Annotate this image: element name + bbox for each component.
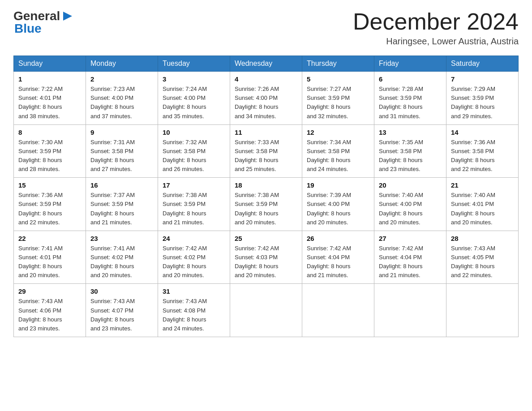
- day-info: Sunrise: 7:30 AM Sunset: 3:59 PM Dayligh…: [18, 138, 81, 174]
- day-cell: 10 Sunrise: 7:32 AM Sunset: 3:58 PM Dayl…: [158, 124, 230, 178]
- day-info: Sunrise: 7:35 AM Sunset: 3:58 PM Dayligh…: [379, 138, 442, 174]
- svg-marker-0: [63, 12, 72, 21]
- day-info: Sunrise: 7:37 AM Sunset: 3:59 PM Dayligh…: [90, 191, 153, 227]
- logo-blue-text: Blue: [14, 21, 42, 35]
- header-cell-tuesday: Tuesday: [158, 56, 230, 72]
- page-header: General Blue December 2024 Haringsee, Lo…: [13, 9, 519, 47]
- day-cell: 15 Sunrise: 7:36 AM Sunset: 3:59 PM Dayl…: [14, 178, 86, 231]
- day-cell: 14 Sunrise: 7:36 AM Sunset: 3:58 PM Dayl…: [446, 124, 519, 178]
- logo-arrow-icon: [61, 10, 74, 22]
- day-number: 14: [451, 128, 514, 136]
- week-row-3: 15 Sunrise: 7:36 AM Sunset: 3:59 PM Dayl…: [14, 178, 519, 231]
- header-cell-monday: Monday: [86, 56, 158, 72]
- day-number: 19: [307, 181, 369, 189]
- day-cell: 4 Sunrise: 7:26 AM Sunset: 4:00 PM Dayli…: [230, 72, 302, 125]
- header-cell-saturday: Saturday: [446, 56, 519, 72]
- week-row-2: 8 Sunrise: 7:30 AM Sunset: 3:59 PM Dayli…: [14, 124, 519, 178]
- day-number: 20: [379, 181, 442, 189]
- day-cell: 18 Sunrise: 7:38 AM Sunset: 3:59 PM Dayl…: [230, 178, 302, 231]
- calendar-header: SundayMondayTuesdayWednesdayThursdayFrid…: [14, 56, 519, 72]
- day-cell: 6 Sunrise: 7:28 AM Sunset: 3:59 PM Dayli…: [374, 72, 446, 125]
- day-cell: 22 Sunrise: 7:41 AM Sunset: 4:01 PM Dayl…: [14, 231, 86, 284]
- day-info: Sunrise: 7:32 AM Sunset: 3:58 PM Dayligh…: [163, 138, 225, 174]
- day-cell: 17 Sunrise: 7:38 AM Sunset: 3:59 PM Dayl…: [158, 178, 230, 231]
- day-number: 23: [90, 235, 153, 242]
- day-info: Sunrise: 7:38 AM Sunset: 3:59 PM Dayligh…: [235, 191, 297, 227]
- day-number: 1: [18, 75, 81, 83]
- day-info: Sunrise: 7:40 AM Sunset: 4:00 PM Dayligh…: [379, 191, 442, 227]
- day-cell: 31 Sunrise: 7:43 AM Sunset: 4:08 PM Dayl…: [158, 284, 230, 337]
- header-row: SundayMondayTuesdayWednesdayThursdayFrid…: [14, 56, 519, 72]
- day-cell: 25 Sunrise: 7:42 AM Sunset: 4:03 PM Dayl…: [230, 231, 302, 284]
- day-number: 15: [18, 181, 81, 189]
- day-info: Sunrise: 7:33 AM Sunset: 3:58 PM Dayligh…: [235, 138, 297, 174]
- day-number: 12: [307, 128, 369, 136]
- day-info: Sunrise: 7:24 AM Sunset: 4:00 PM Dayligh…: [163, 85, 225, 121]
- day-info: Sunrise: 7:38 AM Sunset: 3:59 PM Dayligh…: [163, 191, 225, 227]
- day-cell: 5 Sunrise: 7:27 AM Sunset: 3:59 PM Dayli…: [302, 72, 374, 125]
- day-cell: 24 Sunrise: 7:42 AM Sunset: 4:02 PM Dayl…: [158, 231, 230, 284]
- day-number: 9: [90, 128, 153, 136]
- week-row-1: 1 Sunrise: 7:22 AM Sunset: 4:01 PM Dayli…: [14, 72, 519, 125]
- day-number: 29: [18, 287, 81, 295]
- day-cell: [446, 284, 519, 337]
- logo: General Blue: [13, 9, 74, 36]
- day-info: Sunrise: 7:23 AM Sunset: 4:00 PM Dayligh…: [90, 85, 153, 121]
- day-info: Sunrise: 7:39 AM Sunset: 4:00 PM Dayligh…: [307, 191, 369, 227]
- day-number: 4: [235, 75, 297, 83]
- header-cell-wednesday: Wednesday: [230, 56, 302, 72]
- day-info: Sunrise: 7:27 AM Sunset: 3:59 PM Dayligh…: [307, 85, 369, 121]
- day-number: 26: [307, 235, 369, 242]
- day-info: Sunrise: 7:43 AM Sunset: 4:06 PM Dayligh…: [18, 297, 81, 333]
- day-cell: [374, 284, 446, 337]
- day-info: Sunrise: 7:41 AM Sunset: 4:01 PM Dayligh…: [18, 244, 81, 280]
- header-cell-thursday: Thursday: [302, 56, 374, 72]
- day-cell: 21 Sunrise: 7:40 AM Sunset: 4:01 PM Dayl…: [446, 178, 519, 231]
- day-info: Sunrise: 7:41 AM Sunset: 4:02 PM Dayligh…: [90, 244, 153, 280]
- calendar-body: 1 Sunrise: 7:22 AM Sunset: 4:01 PM Dayli…: [14, 72, 519, 337]
- day-cell: 19 Sunrise: 7:39 AM Sunset: 4:00 PM Dayl…: [302, 178, 374, 231]
- day-cell: 29 Sunrise: 7:43 AM Sunset: 4:06 PM Dayl…: [14, 284, 86, 337]
- day-cell: [230, 284, 302, 337]
- day-number: 17: [163, 181, 225, 189]
- day-number: 31: [163, 287, 225, 295]
- header-cell-sunday: Sunday: [14, 56, 86, 72]
- day-number: 13: [379, 128, 442, 136]
- month-title: December 2024: [353, 9, 519, 34]
- day-info: Sunrise: 7:31 AM Sunset: 3:58 PM Dayligh…: [90, 138, 153, 174]
- day-number: 21: [451, 181, 514, 189]
- day-number: 10: [163, 128, 225, 136]
- day-cell: 3 Sunrise: 7:24 AM Sunset: 4:00 PM Dayli…: [158, 72, 230, 125]
- day-info: Sunrise: 7:28 AM Sunset: 3:59 PM Dayligh…: [379, 85, 442, 121]
- day-cell: 11 Sunrise: 7:33 AM Sunset: 3:58 PM Dayl…: [230, 124, 302, 178]
- day-cell: 8 Sunrise: 7:30 AM Sunset: 3:59 PM Dayli…: [14, 124, 86, 178]
- day-info: Sunrise: 7:36 AM Sunset: 3:59 PM Dayligh…: [18, 191, 81, 227]
- day-info: Sunrise: 7:42 AM Sunset: 4:04 PM Dayligh…: [307, 244, 369, 280]
- day-number: 5: [307, 75, 369, 83]
- day-number: 2: [90, 75, 153, 83]
- day-info: Sunrise: 7:43 AM Sunset: 4:05 PM Dayligh…: [451, 244, 514, 280]
- day-number: 6: [379, 75, 442, 83]
- day-number: 7: [451, 75, 514, 83]
- header-cell-friday: Friday: [374, 56, 446, 72]
- title-section: December 2024 Haringsee, Lower Austria, …: [353, 9, 519, 47]
- day-info: Sunrise: 7:42 AM Sunset: 4:03 PM Dayligh…: [235, 244, 297, 280]
- day-cell: 30 Sunrise: 7:43 AM Sunset: 4:07 PM Dayl…: [86, 284, 158, 337]
- day-info: Sunrise: 7:34 AM Sunset: 3:58 PM Dayligh…: [307, 138, 369, 174]
- day-info: Sunrise: 7:22 AM Sunset: 4:01 PM Dayligh…: [18, 85, 81, 121]
- day-number: 11: [235, 128, 297, 136]
- day-cell: 27 Sunrise: 7:42 AM Sunset: 4:04 PM Dayl…: [374, 231, 446, 284]
- day-cell: 23 Sunrise: 7:41 AM Sunset: 4:02 PM Dayl…: [86, 231, 158, 284]
- day-info: Sunrise: 7:26 AM Sunset: 4:00 PM Dayligh…: [235, 85, 297, 121]
- day-cell: 16 Sunrise: 7:37 AM Sunset: 3:59 PM Dayl…: [86, 178, 158, 231]
- day-cell: 9 Sunrise: 7:31 AM Sunset: 3:58 PM Dayli…: [86, 124, 158, 178]
- calendar-table: SundayMondayTuesdayWednesdayThursdayFrid…: [13, 56, 519, 337]
- day-number: 8: [18, 128, 81, 136]
- day-number: 28: [451, 235, 514, 242]
- day-info: Sunrise: 7:43 AM Sunset: 4:07 PM Dayligh…: [90, 297, 153, 333]
- day-number: 18: [235, 181, 297, 189]
- day-number: 30: [90, 287, 153, 295]
- day-cell: 2 Sunrise: 7:23 AM Sunset: 4:00 PM Dayli…: [86, 72, 158, 125]
- day-cell: 13 Sunrise: 7:35 AM Sunset: 3:58 PM Dayl…: [374, 124, 446, 178]
- day-number: 16: [90, 181, 153, 189]
